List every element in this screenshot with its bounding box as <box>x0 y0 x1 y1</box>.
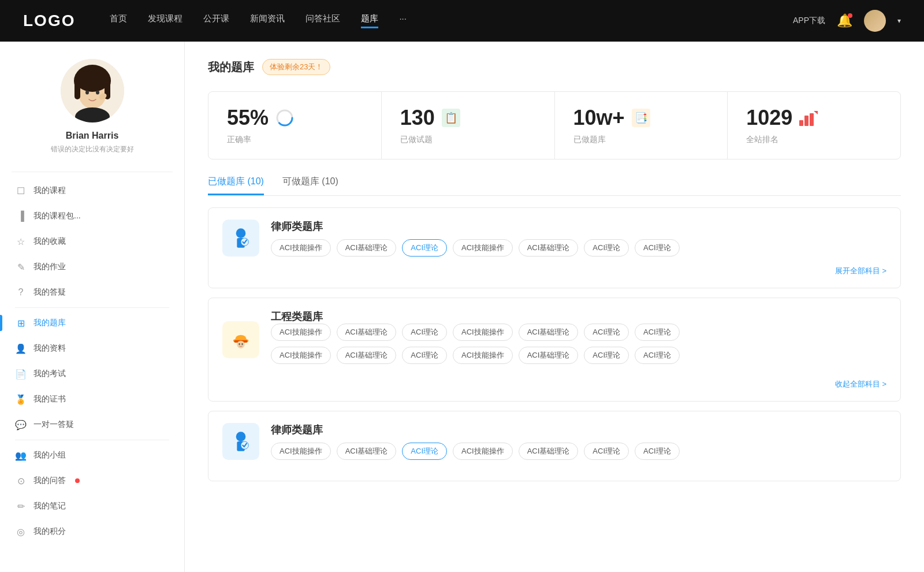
category-engineer-header: 工程类题库 ACI技能操作 ACI基础理论 ACI理论 ACI技能操作 ACI基… <box>222 310 886 370</box>
user-name: Brian Harris <box>66 131 119 141</box>
nav-qa[interactable]: 问答社区 <box>305 13 340 28</box>
tab-available-banks[interactable]: 可做题库 (10) <box>282 176 338 195</box>
category-lawyer-1-tags: ACI技能操作 ACI基础理论 ACI理论 ACI技能操作 ACI基础理论 AC… <box>271 239 886 257</box>
stat-banks-row: 10w+ 📑 <box>573 106 709 130</box>
sidebar-item-course-package[interactable]: ▐ 我的课程包... <box>6 203 178 229</box>
stat-accuracy-label: 正确率 <box>227 135 363 145</box>
stat-questions-done: 130 📋 已做试题 <box>382 92 555 159</box>
bar-icon: ▐ <box>15 210 27 222</box>
l2-tag-5[interactable]: ACI理论 <box>584 443 629 460</box>
tag-6[interactable]: ACI理论 <box>635 239 680 257</box>
tag-5[interactable]: ACI理论 <box>584 239 629 257</box>
eng-tag-5[interactable]: ACI理论 <box>584 324 629 341</box>
notification-bell[interactable]: 🔔 <box>837 13 852 28</box>
eng-tag-2[interactable]: ACI理论 <box>402 324 447 341</box>
sidebar-item-group[interactable]: 👥 我的小组 <box>6 443 178 468</box>
stat-questions-label: 已做试题 <box>400 135 536 145</box>
main-content: 我的题库 体验剩余23天！ 55% 正确率 <box>185 42 924 572</box>
sidebar-item-profile[interactable]: 👤 我的资料 <box>6 336 178 361</box>
sidebar-item-points[interactable]: ◎ 我的积分 <box>6 519 178 544</box>
nav-discover[interactable]: 发现课程 <box>148 13 182 28</box>
app-download-link[interactable]: APP下载 <box>793 16 825 26</box>
tag-1[interactable]: ACI基础理论 <box>337 239 397 257</box>
lawyer-icon <box>222 220 259 257</box>
sidebar-item-favorites[interactable]: ☆ 我的收藏 <box>6 229 178 254</box>
sidebar-label-one-on-one: 一对一答疑 <box>33 419 74 430</box>
sidebar-item-question-bank[interactable]: ⊞ 我的题库 <box>6 310 178 336</box>
user-avatar[interactable] <box>864 10 886 32</box>
tag-4[interactable]: ACI基础理论 <box>519 239 579 257</box>
coin-icon: ◎ <box>15 526 27 537</box>
l2-tag-4[interactable]: ACI基础理论 <box>519 443 579 460</box>
l2-tag-6[interactable]: ACI理论 <box>635 443 680 460</box>
sidebar-label-certificate: 我的证书 <box>33 394 66 404</box>
tab-done-banks[interactable]: 已做题库 (10) <box>208 176 264 195</box>
l2-tag-1[interactable]: ACI基础理论 <box>337 443 397 460</box>
cert-icon: 🏅 <box>15 393 27 405</box>
stat-accuracy-row: 55% <box>227 106 363 130</box>
category-engineer: 工程类题库 ACI技能操作 ACI基础理论 ACI理论 ACI技能操作 ACI基… <box>208 298 901 402</box>
l2-tag-3[interactable]: ACI技能操作 <box>453 443 513 460</box>
eng-tag2-1[interactable]: ACI基础理论 <box>337 347 397 364</box>
content-header: 我的题库 体验剩余23天！ <box>208 59 901 75</box>
eng-tag2-5[interactable]: ACI理论 <box>584 347 629 364</box>
eng-tag-1[interactable]: ACI基础理论 <box>337 324 397 341</box>
sidebar-item-one-on-one[interactable]: 💬 一对一答疑 <box>6 412 178 437</box>
svg-point-23 <box>239 343 240 345</box>
category-lawyer-1-title: 律师类题库 <box>271 220 886 233</box>
nav-links: 首页 发现课程 公开课 新闻资讯 问答社区 题库 ··· <box>110 13 793 28</box>
topnav: LOGO 首页 发现课程 公开课 新闻资讯 问答社区 题库 ··· APP下载 … <box>0 0 924 42</box>
sidebar-item-homework[interactable]: ✎ 我的作业 <box>6 254 178 280</box>
nav-more[interactable]: ··· <box>399 13 407 28</box>
sidebar-label-notes: 我的笔记 <box>33 501 66 511</box>
engineer-icon <box>222 321 259 358</box>
sidebar-item-my-question[interactable]: ⊙ 我的问答 <box>6 468 178 493</box>
category-lawyer-1-body: 律师类题库 ACI技能操作 ACI基础理论 ACI理论 ACI技能操作 ACI基… <box>271 220 886 257</box>
nav-question-bank[interactable]: 题库 <box>361 13 378 28</box>
eng-tag2-3[interactable]: ACI技能操作 <box>453 347 513 364</box>
stat-accuracy: 55% 正确率 <box>208 92 382 159</box>
sidebar-label-question-bank: 我的题库 <box>33 318 66 328</box>
eng-tag2-4[interactable]: ACI基础理论 <box>519 347 579 364</box>
l2-tag-2-active[interactable]: ACI理论 <box>402 443 447 460</box>
sidebar-item-my-course[interactable]: ☐ 我的课程 <box>6 178 178 203</box>
grid-icon: ⊞ <box>15 317 27 329</box>
tag-0[interactable]: ACI技能操作 <box>271 239 331 257</box>
tag-3[interactable]: ACI技能操作 <box>453 239 513 257</box>
category-engineer-tags-row2: ACI技能操作 ACI基础理论 ACI理论 ACI技能操作 ACI基础理论 AC… <box>271 347 886 364</box>
category-lawyer-2: 律师类题库 ACI技能操作 ACI基础理论 ACI理论 ACI技能操作 ACI基… <box>208 411 901 481</box>
category-lawyer-2-header: 律师类题库 ACI技能操作 ACI基础理论 ACI理论 ACI技能操作 ACI基… <box>222 423 886 460</box>
stat-questions-row: 130 📋 <box>400 106 536 130</box>
user-dropdown-arrow[interactable]: ▾ <box>897 17 901 25</box>
eng-tag-6[interactable]: ACI理论 <box>635 324 680 341</box>
eng-tag-0[interactable]: ACI技能操作 <box>271 324 331 341</box>
collapse-engineer[interactable]: 收起全部科目 > <box>222 379 886 389</box>
nav-news[interactable]: 新闻资讯 <box>250 13 285 28</box>
nav-open-course[interactable]: 公开课 <box>203 13 229 28</box>
sidebar-divider-3 <box>15 440 169 440</box>
svg-rect-5 <box>74 82 80 99</box>
svg-point-7 <box>85 91 89 95</box>
tag-2-active[interactable]: ACI理论 <box>402 239 447 257</box>
group-icon: 👥 <box>15 450 27 461</box>
eng-tag2-2[interactable]: ACI理论 <box>402 347 447 364</box>
eng-tag-3[interactable]: ACI技能操作 <box>453 324 513 341</box>
expand-lawyer-1[interactable]: 展开全部科目 > <box>222 266 886 276</box>
sidebar-item-my-qa[interactable]: ? 我的答疑 <box>6 280 178 305</box>
chat-icon: 💬 <box>15 419 27 430</box>
sidebar-item-notes[interactable]: ✏ 我的笔记 <box>6 493 178 519</box>
nav-home[interactable]: 首页 <box>110 13 127 28</box>
svg-point-24 <box>241 343 243 345</box>
svg-rect-14 <box>804 116 808 126</box>
sidebar-label-group: 我的小组 <box>33 450 66 460</box>
avatar <box>61 59 124 122</box>
logo[interactable]: LOGO <box>23 12 75 30</box>
sidebar-item-exam[interactable]: 📄 我的考试 <box>6 361 178 387</box>
l2-tag-0[interactable]: ACI技能操作 <box>271 443 331 460</box>
eng-tag2-6[interactable]: ACI理论 <box>635 347 680 364</box>
eng-tag2-0[interactable]: ACI技能操作 <box>271 347 331 364</box>
sidebar-divider-1 <box>12 172 173 172</box>
eng-tag-4[interactable]: ACI基础理论 <box>519 324 579 341</box>
sidebar-item-certificate[interactable]: 🏅 我的证书 <box>6 387 178 412</box>
stat-questions-value: 130 <box>400 106 435 130</box>
